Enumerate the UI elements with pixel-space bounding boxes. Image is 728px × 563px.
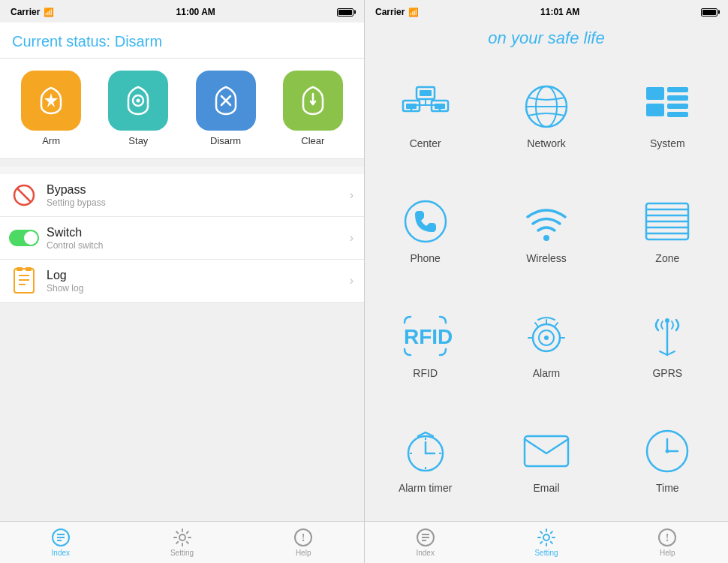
bypass-subtitle: Setting bypass	[47, 197, 350, 208]
switch-icon	[11, 224, 38, 251]
bypass-list-item[interactable]: Bypass Setting bypass ›	[0, 174, 364, 217]
svg-point-38	[405, 201, 446, 242]
alarm-icon	[520, 310, 573, 363]
menu-time[interactable]: Time	[607, 402, 728, 516]
list-divider-top	[0, 159, 364, 167]
log-subtitle: Show log	[47, 283, 350, 294]
tab-bar-right: Index Setting ! Help	[365, 521, 728, 563]
tab-index-left[interactable]: Index	[0, 522, 122, 563]
list-section: Bypass Setting bypass › Switch Control s…	[0, 167, 364, 303]
time-icon	[641, 425, 693, 477]
log-list-item[interactable]: Log Show log ›	[0, 260, 364, 303]
status-bar-left: Carrier 📶 11:00 AM	[0, 0, 364, 23]
menu-rfid[interactable]: RFID RFID	[365, 287, 486, 402]
right-phone: Carrier 📶 11:01 AM on your safe life	[364, 0, 728, 563]
tab-bar-left: Index Setting ! Help	[0, 521, 364, 563]
menu-gprs[interactable]: GPRS	[607, 287, 728, 402]
menu-wireless[interactable]: Wireless	[486, 172, 606, 287]
current-status-section: Current status: Disarm	[0, 23, 364, 59]
svg-line-52	[555, 323, 558, 327]
gprs-label: GPRS	[652, 367, 682, 379]
action-buttons-row: Arm Stay	[0, 59, 364, 159]
tab-setting-label-right: Setting	[534, 549, 558, 557]
system-icon	[641, 80, 693, 133]
time-right: 11:01 AM	[540, 7, 579, 17]
clear-button[interactable]: Clear	[283, 71, 343, 146]
center-icon	[399, 80, 452, 133]
system-label: System	[650, 137, 685, 149]
rfid-label: RFID	[413, 367, 438, 379]
wifi-icon-right: 📶	[408, 8, 419, 17]
zone-label: Zone	[655, 252, 679, 264]
log-chevron: ›	[350, 274, 353, 288]
disarm-button[interactable]: Disarm	[196, 71, 256, 146]
battery-left	[337, 8, 353, 17]
svg-rect-33	[667, 87, 688, 92]
disarm-label: Disarm	[210, 135, 241, 146]
disarm-icon-bg	[196, 71, 256, 131]
arm-label: Arm	[42, 135, 60, 146]
tab-help-right[interactable]: ! Help	[607, 522, 728, 563]
current-status-text: Current status: Disarm	[12, 33, 352, 50]
svg-point-1	[137, 99, 140, 103]
tab-help-left[interactable]: ! Help	[242, 522, 364, 563]
switch-list-item[interactable]: Switch Control switch ›	[0, 217, 364, 260]
menu-zone[interactable]: Zone	[607, 172, 728, 287]
bypass-title: Bypass	[47, 183, 350, 197]
log-icon	[11, 267, 38, 294]
email-icon	[520, 425, 573, 477]
switch-chevron: ›	[350, 231, 353, 245]
carrier-left: Carrier	[11, 7, 40, 17]
svg-point-4	[24, 231, 38, 245]
stay-icon-bg	[108, 71, 168, 131]
clear-icon-bg	[283, 71, 343, 131]
phone-label: Phone	[410, 252, 440, 264]
svg-point-68	[666, 449, 669, 453]
svg-rect-64	[525, 436, 568, 466]
svg-point-56	[665, 318, 669, 323]
wireless-label: Wireless	[526, 252, 567, 264]
svg-point-73	[543, 534, 549, 540]
menu-alarm-timer[interactable]: Alarm timer	[365, 402, 486, 516]
stay-button[interactable]: Stay	[108, 71, 168, 146]
bypass-texts: Bypass Setting bypass	[47, 183, 350, 208]
menu-alarm[interactable]: Alarm	[486, 287, 606, 402]
time-label: Time	[656, 482, 679, 494]
svg-rect-35	[646, 104, 664, 116]
bottom-content-left	[0, 303, 364, 521]
tab-help-label-left: Help	[296, 549, 311, 557]
switch-texts: Switch Control switch	[47, 226, 350, 251]
tab-help-label-right: Help	[660, 549, 675, 557]
alarm-timer-icon	[399, 425, 452, 477]
bypass-icon	[11, 182, 38, 209]
svg-point-39	[543, 235, 549, 241]
arm-icon-bg	[21, 71, 81, 131]
bypass-chevron: ›	[350, 188, 353, 202]
tagline: on your safe life	[365, 23, 728, 53]
tab-setting-right[interactable]: Setting	[486, 522, 606, 563]
tab-index-label-right: Index	[416, 549, 434, 557]
status-bar-right: Carrier 📶 11:01 AM	[365, 0, 728, 23]
wireless-icon	[520, 195, 573, 248]
alarm-label: Alarm	[533, 367, 561, 379]
svg-point-49	[544, 336, 549, 340]
tab-setting-label-left: Setting	[170, 549, 194, 557]
tab-setting-left[interactable]: Setting	[122, 522, 243, 563]
svg-point-15	[179, 534, 185, 540]
svg-rect-9	[17, 267, 23, 271]
network-icon	[520, 80, 573, 133]
menu-network[interactable]: Network	[486, 57, 606, 172]
carrier-right: Carrier	[375, 7, 405, 17]
tab-index-right[interactable]: Index	[365, 522, 486, 563]
menu-grid: Center Network	[365, 53, 728, 521]
menu-system[interactable]: System	[607, 57, 728, 172]
arm-button[interactable]: Arm	[21, 71, 81, 146]
email-label: Email	[533, 482, 559, 494]
phone-icon	[399, 195, 452, 248]
svg-rect-37	[667, 112, 688, 117]
svg-rect-32	[646, 87, 664, 100]
menu-center[interactable]: Center	[365, 57, 486, 172]
menu-email[interactable]: Email	[486, 402, 606, 516]
menu-phone[interactable]: Phone	[365, 172, 486, 287]
wifi-icon-left: 📶	[44, 8, 54, 17]
